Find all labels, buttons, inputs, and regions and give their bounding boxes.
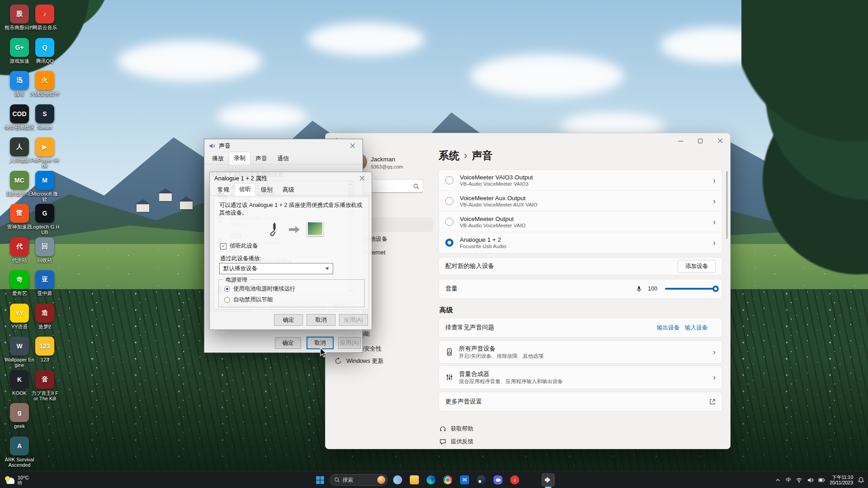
properties-tab[interactable]: 级别 [256,183,278,196]
desktop-icon[interactable]: M Microsoft 微软 [30,171,60,202]
input-device-row[interactable]: VoiceMeeter Output VB-Audio VoiceMeeter … [439,211,722,232]
search-placeholder: 搜索 [343,476,354,484]
desktop-icon[interactable]: S Steam [30,104,60,130]
taskbar-icon-edge[interactable] [425,473,438,487]
desktop-icon-image: 造 [35,304,54,323]
minimize-button[interactable] [670,133,690,149]
give-feedback-link[interactable]: 提供反馈 [439,438,473,446]
desktop-icon[interactable]: 123 123 [30,337,60,362]
properties-apply-button[interactable]: 应用(A) [339,314,368,326]
desktop-icon[interactable]: 回 回收站 [30,237,60,263]
taskbar-icon-copilot[interactable] [391,473,405,487]
wallpaper-house [137,204,149,212]
sound-dialog-tab[interactable]: 录制 [229,152,250,164]
listen-checkbox[interactable]: ✓ [220,243,226,249]
battery-icon[interactable] [818,477,825,483]
cloud [470,54,624,98]
all-sound-devices-row[interactable]: 所有声音设备 开启/关闭设备、排除故障、其他选项 › [439,340,722,364]
taskbar: 10°C 晴 搜索 [0,471,868,488]
volume-mixer-row[interactable]: 音量合成器 混合应用程序音量、应用程序输入和输出设备 › [439,366,722,389]
properties-ok-button[interactable]: 确定 [274,314,303,326]
app-glyph [410,475,419,484]
sound-dialog-tab[interactable]: 声音 [250,152,272,164]
chevron-right-icon: › [713,373,716,381]
taskbar-weather-widget[interactable]: 10°C 晴 [5,471,29,488]
taskbar-icon-sound[interactable] [542,473,555,487]
sound-dialog-close-button[interactable] [343,139,363,153]
volume-value: 100 [648,286,660,292]
desktop-icon-image: 火 [35,71,54,90]
desktop-icon[interactable]: 造 造梦2 [30,304,60,329]
desktop-icon-image: A [10,436,29,455]
apply-button[interactable]: 应用(A) [338,337,361,349]
radio-disable[interactable] [224,297,230,303]
device-radio[interactable] [445,239,453,247]
desktop-icon-image: M [35,171,54,190]
properties-tab[interactable]: 侦听 [234,183,256,196]
taskbar-icon-music[interactable] [508,473,522,487]
taskbar-icon-chrome[interactable] [441,473,455,487]
input-device-row[interactable]: Analogue 1 + 2 Focusrite Usb Audio › [439,232,722,253]
radio-disable-row[interactable]: 自动禁用以节能 [224,296,273,304]
input-device-row[interactable]: VoiceMeeter VAIO3 Output VB-Audio VoiceM… [439,170,722,191]
listen-checkbox-row[interactable]: ✓ 侦听此设备 [220,242,258,250]
volume-icon[interactable] [807,477,814,483]
close-button[interactable] [710,133,730,149]
add-device-button[interactable]: 添加设备 [678,260,716,273]
properties-cancel-button[interactable]: 取消 [307,314,335,326]
device-name: VoiceMeeter VAIO3 Output [460,174,533,181]
taskbar-clock[interactable]: 下午11:10 20/11/2023 [830,474,853,486]
maximize-button[interactable] [690,133,710,149]
desktop-icon-image: G [35,204,54,223]
troubleshoot-input-link[interactable]: 输入设备 [685,324,708,332]
taskbar-search-input[interactable]: 搜索 [330,474,388,486]
volume-slider[interactable] [665,288,716,290]
settings-scrollbar[interactable] [726,171,728,239]
radio-continue-row[interactable]: 使用电池电源时继续运行 [224,285,296,293]
start-button[interactable] [313,473,327,487]
microphone-icon [636,286,642,292]
volume-slider-knob[interactable] [712,286,719,292]
get-help-link[interactable]: 获取帮助 [439,425,473,433]
notification-bell-icon[interactable] [858,477,864,483]
properties-close-button[interactable] [353,172,372,185]
sound-dialog-tab[interactable]: 通信 [272,152,294,164]
input-device-row[interactable]: VoiceMeeter Aux Output VB-Audio VoiceMee… [439,191,722,211]
desktop-icon-image: 代 [10,237,29,256]
desktop-icon[interactable]: 亚 亚中原 [30,270,60,296]
device-radio[interactable] [445,197,453,205]
sidebar-item-windows-update[interactable]: Windows 更新 [329,354,433,368]
cancel-button[interactable]: 取消 [307,337,334,349]
desktop-icon[interactable]: ♪ 网易云音乐 [30,5,60,30]
playback-device-select[interactable]: 默认播放设备 [219,263,333,274]
properties-tab[interactable]: 常规 [212,183,234,196]
sound-dialog-tab[interactable]: 播放 [207,152,229,164]
wifi-icon[interactable] [796,477,802,483]
desktop: 股 熊市商股问件 G+ 游戏加速 迅 迅雷 COD 使命召唤战区 人 人间地狱 [0,0,868,488]
troubleshoot-output-link[interactable]: 输出设备 [657,324,679,332]
taskbar-icon-steam[interactable] [475,473,488,487]
desktop-icon[interactable]: G Logitech G HUB [30,204,60,235]
taskbar-icon-mail[interactable] [458,473,472,487]
device-radio[interactable] [445,176,453,184]
more-sound-settings-row[interactable]: 更多声音设置 [439,392,722,412]
desktop-icon-image: G+ [10,38,29,57]
desktop-icon[interactable]: 火 火绒安全软件 [30,71,60,97]
ok-button[interactable]: 确定 [275,337,301,349]
pair-device-label: 配对新的输入设备 [445,262,494,270]
app-glyph [443,475,453,484]
desktop-icon[interactable]: Q 腾讯QQ [30,38,60,64]
ime-indicator[interactable]: 中 [786,476,791,484]
device-radio[interactable] [445,218,453,226]
taskbar-icon-explorer[interactable] [408,473,421,487]
breadcrumb-system[interactable]: 系统 [439,149,459,163]
desktop-icon[interactable]: ▶ PotPlayer 64 bit [30,137,60,169]
chevron-right-icon: › [713,197,716,205]
properties-tab[interactable]: 高级 [278,183,299,196]
radio-continue[interactable] [224,286,230,292]
speaker-icon [209,143,215,149]
chevron-up-icon[interactable] [774,477,781,483]
desktop-icon[interactable]: 音 力プ音王II For The Kill [30,370,60,401]
sound-dialog-tabs: 播放 录制 声音 通信 [204,153,363,164]
taskbar-icon-discord[interactable] [491,473,505,487]
